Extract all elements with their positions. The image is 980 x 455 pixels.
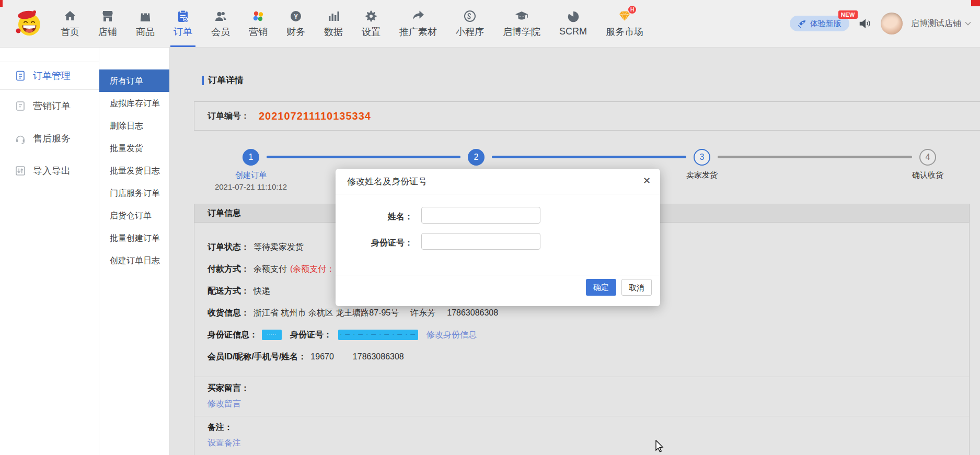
title-accent-bar bbox=[202, 76, 204, 85]
delivery-value: 快递 bbox=[253, 286, 270, 297]
order-number: 202107211110135334 bbox=[259, 110, 371, 122]
idcard-number-censored: · — · — · — · — · — · — · — bbox=[338, 330, 418, 340]
sidebar-item-order-management[interactable]: 订单管理 bbox=[0, 62, 99, 90]
close-icon[interactable]: ✕ bbox=[643, 175, 651, 186]
name-input[interactable] bbox=[421, 207, 540, 224]
idcard-info-row: 身份证信息： ····· 身份证号： · — · — · — · — · — ·… bbox=[194, 324, 969, 346]
nav-item-service-market[interactable]: H 服务市场 bbox=[606, 0, 643, 47]
nav-item-store[interactable]: 店铺 bbox=[98, 0, 117, 47]
sidebar-item-import-export[interactable]: 导入导出 bbox=[0, 155, 99, 187]
primary-sidebar: 订单管理 营销订单 售后服务 导入导出 bbox=[0, 47, 99, 455]
edit-name-id-modal: 修改姓名及身份证号 ✕ 姓名： 身份证号： 确定 取消 bbox=[336, 169, 660, 306]
hot-badge: H bbox=[628, 6, 636, 14]
step-3-label: 卖家发货 bbox=[660, 170, 744, 180]
step-1-time: 2021-07-21 11:10:12 bbox=[193, 182, 308, 191]
recording-marker-right bbox=[971, 0, 980, 6]
address-value: 浙江省 杭州市 余杭区 龙王塘路87-95号 bbox=[253, 308, 399, 319]
mini-program-icon bbox=[463, 9, 477, 23]
step-3-circle: 3 bbox=[694, 149, 710, 166]
modal-header: 修改姓名及身份证号 ✕ bbox=[336, 169, 660, 194]
step-4-label: 确认收货 bbox=[886, 170, 970, 180]
user-avatar[interactable] bbox=[881, 13, 903, 34]
step-2-circle: 2 bbox=[468, 149, 485, 166]
submenu-batch-create-orders[interactable]: 批量创建订单 bbox=[99, 227, 169, 249]
shop-account-menu[interactable]: 启博测试店铺 bbox=[911, 18, 972, 29]
top-nav: 首页 店铺 商品 订单 bbox=[0, 0, 980, 48]
nav-item-academy[interactable]: 启博学院 bbox=[503, 0, 540, 47]
graduation-cap-icon bbox=[515, 9, 528, 23]
main-menu: 首页 店铺 商品 订单 bbox=[52, 0, 643, 47]
shopping-bag-icon bbox=[139, 9, 152, 23]
step-line-2 bbox=[492, 156, 686, 158]
name-field-label: 姓名： bbox=[336, 212, 413, 223]
nav-item-promo-materials[interactable]: 推广素材 bbox=[399, 0, 437, 47]
nav-item-marketing[interactable]: 营销 bbox=[249, 0, 268, 47]
page-title: 订单详情 bbox=[202, 74, 244, 86]
step-1-circle: 1 bbox=[243, 149, 259, 166]
announcement-speaker-icon[interactable] bbox=[858, 16, 872, 31]
id-number-input[interactable] bbox=[421, 233, 540, 250]
idcard-name-censored: ····· bbox=[262, 330, 282, 340]
submenu-store-service-orders[interactable]: 门店服务订单 bbox=[99, 182, 169, 204]
share-arrow-icon bbox=[411, 9, 425, 23]
nav-item-products[interactable]: 商品 bbox=[136, 0, 155, 47]
cancel-button[interactable]: 取消 bbox=[621, 279, 652, 296]
nav-item-orders[interactable]: 订单 bbox=[174, 0, 192, 47]
sidebar-item-after-sales[interactable]: 售后服务 bbox=[0, 122, 99, 155]
clipboard-order-icon bbox=[176, 9, 190, 23]
app-logo[interactable] bbox=[14, 8, 44, 38]
member-info-row: 会员ID/昵称/手机号/姓名： 19670 17863086308 bbox=[194, 346, 969, 368]
modal-title: 修改姓名及身份证号 bbox=[347, 176, 427, 188]
submenu-all-orders[interactable]: 所有订单 bbox=[99, 69, 169, 92]
nav-item-settings[interactable]: 设置 bbox=[362, 0, 381, 47]
pie-chart-icon bbox=[567, 10, 580, 24]
nav-item-home[interactable]: 首页 bbox=[61, 0, 79, 47]
submenu-batch-shipping[interactable]: 批量发货 bbox=[99, 137, 169, 159]
laughing-emoji-logo-icon bbox=[14, 8, 44, 38]
nav-item-scrm[interactable]: SCRM bbox=[559, 0, 587, 47]
nav-item-finance[interactable]: ¥ 财务 bbox=[286, 0, 305, 47]
recipient-phone: 17863086308 bbox=[447, 308, 498, 318]
bar-chart-icon bbox=[327, 9, 340, 23]
users-icon bbox=[214, 9, 227, 23]
submenu-batch-shipping-log[interactable]: 批量发货日志 bbox=[99, 159, 169, 182]
recording-marker-left bbox=[0, 0, 3, 7]
order-doc-icon bbox=[15, 70, 26, 81]
marketing-doc-icon bbox=[15, 100, 26, 112]
nav-item-members[interactable]: 会员 bbox=[211, 0, 230, 47]
nav-item-mini-program[interactable]: 小程序 bbox=[456, 0, 484, 47]
submenu-warehouse-orders[interactable]: 启货仓订单 bbox=[99, 204, 169, 227]
new-badge: NEW bbox=[838, 10, 858, 19]
submenu-create-order-log[interactable]: 创建订单日志 bbox=[99, 249, 169, 272]
id-field-label: 身份证号： bbox=[336, 238, 413, 249]
member-id: 19670 bbox=[310, 352, 334, 361]
step-line-1 bbox=[267, 156, 460, 158]
marketing-flower-icon bbox=[251, 9, 265, 23]
try-new-version-button[interactable]: 体验新版 NEW bbox=[790, 16, 849, 31]
headset-icon bbox=[15, 133, 26, 144]
order-status-value: 等待卖家发货 bbox=[253, 242, 304, 253]
step-4-circle: 4 bbox=[919, 149, 936, 166]
edit-id-info-link[interactable]: 修改身份信息 bbox=[426, 330, 477, 341]
sidebar-item-marketing-orders[interactable]: 营销订单 bbox=[0, 90, 99, 122]
remark-group: 备注： 设置备注 bbox=[194, 416, 969, 455]
chevron-down-icon bbox=[964, 21, 972, 26]
submenu-delete-log[interactable]: 删除日志 bbox=[99, 114, 169, 137]
yuan-coin-icon: ¥ bbox=[289, 9, 303, 23]
step-line-3 bbox=[718, 156, 912, 158]
payment-value: 余额支付 bbox=[253, 264, 287, 275]
edit-message-link[interactable]: 修改留言 bbox=[207, 399, 241, 408]
gear-icon bbox=[364, 9, 378, 23]
payment-red-note: (余额支付： bbox=[290, 264, 335, 275]
confirm-button[interactable]: 确定 bbox=[586, 279, 616, 296]
submenu-virtual-stock-orders[interactable]: 虚拟库存订单 bbox=[99, 92, 169, 114]
set-remark-link[interactable]: 设置备注 bbox=[207, 438, 241, 447]
member-phone: 17863086308 bbox=[353, 352, 404, 361]
storefront-icon bbox=[101, 9, 114, 23]
rocket-icon bbox=[798, 19, 806, 28]
import-export-icon bbox=[15, 165, 26, 177]
svg-text:¥: ¥ bbox=[294, 13, 298, 20]
order-number-box: 订单编号： 202107211110135334 bbox=[194, 101, 980, 131]
buyer-message-group: 买家留言： 修改留言 bbox=[194, 377, 969, 416]
nav-item-data[interactable]: 数据 bbox=[324, 0, 343, 47]
